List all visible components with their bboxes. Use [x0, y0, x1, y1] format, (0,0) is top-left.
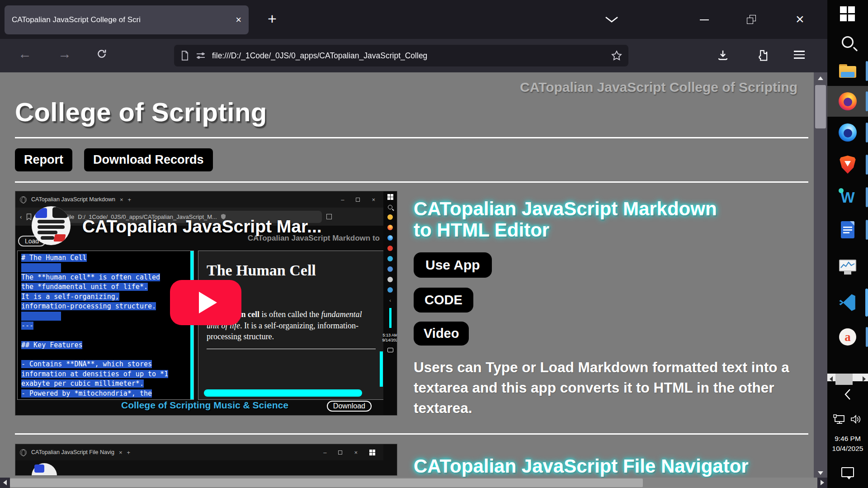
video-embed-2[interactable]: CATopalian JavaScript File Navig × + – × [15, 443, 397, 477]
inner-new-tab-icon: + [127, 449, 130, 456]
inner-date: 9/14/202 [382, 338, 397, 342]
taskbar-brave[interactable] [827, 148, 868, 181]
notification-center[interactable] [827, 456, 868, 488]
channel-avatar-2 [32, 463, 57, 476]
url-bar[interactable]: file:///D:/_1Code/_0JS/0_apps/CATopalian… [174, 45, 628, 66]
scroll-up-arrow[interactable] [818, 76, 823, 80]
video-thumbnail[interactable]: CATopalian JavaScript Markdown × + – × ‹ [15, 191, 397, 416]
downloads-icon[interactable] [717, 49, 729, 62]
mini-windows-icon [369, 450, 375, 455]
system-tray[interactable] [827, 407, 868, 431]
code-button[interactable]: CODE [414, 288, 473, 313]
divider [15, 181, 808, 183]
globe-icon [20, 449, 27, 456]
mini-folder-icon [387, 214, 393, 220]
textarea-scrollbar [190, 251, 193, 399]
permissions-icon[interactable] [196, 52, 206, 60]
use-app-button[interactable]: Use App [414, 252, 492, 278]
taskbar-firefox[interactable] [827, 86, 868, 117]
bookmark-star-icon[interactable] [611, 50, 622, 61]
inner-time: 5:13 AM [382, 333, 397, 337]
vertical-scrollbar[interactable] [814, 72, 827, 478]
taskbar-firefox-beta[interactable] [827, 117, 868, 148]
video-thumbnail-2[interactable]: CATopalian JavaScript File Navig × + – × [15, 444, 397, 476]
browser-tab[interactable]: CATopalian JavaScript College of Scri × [5, 5, 249, 34]
new-tab-button[interactable]: + [268, 10, 277, 28]
window-close-button[interactable]: × [796, 11, 804, 28]
video-button[interactable]: Video [414, 322, 469, 346]
taskbar-file-explorer[interactable] [827, 56, 868, 86]
divider [15, 433, 808, 435]
horizontal-scroll-thumb[interactable] [10, 479, 643, 487]
markdown-line: exabyte per cubic millimeter*. [21, 379, 190, 389]
markdown-line [21, 350, 190, 360]
file-explorer-icon [839, 64, 856, 78]
mini-brave-icon [387, 246, 393, 251]
scroll-right-arrow[interactable] [817, 478, 827, 488]
menu-icon[interactable] [794, 51, 805, 61]
vscode-icon [838, 293, 857, 312]
windows-taskbar: W a 9:46 PM 10/4/202 [827, 0, 868, 488]
tab-strip: CATopalian JavaScript College of Scri × … [0, 0, 827, 39]
video-embed[interactable]: CATopalian JavaScript Markdown × + – × ‹ [15, 191, 397, 418]
taskbar-overflow-scrollbar[interactable] [827, 374, 868, 381]
inner-tab-close-icon: × [120, 196, 123, 203]
back-button[interactable]: ← [18, 46, 32, 62]
video-overlay-title[interactable]: CATopalian JavaScript Mar... [82, 217, 322, 237]
reload-button[interactable] [96, 48, 108, 60]
show-hidden-icons[interactable] [827, 381, 868, 407]
page-toolbar: Report Download Records [15, 148, 814, 171]
markdown-line [21, 311, 190, 321]
markdown-line: information-processing structure. [21, 302, 190, 311]
preview-cyan-bar [204, 389, 362, 397]
vertical-scroll-thumb[interactable] [815, 85, 826, 128]
firefox-beta-icon [839, 123, 857, 142]
inner-bookmark-icon [26, 213, 32, 220]
taskbar-search[interactable] [827, 28, 868, 56]
taskbar-vscode[interactable] [827, 285, 868, 320]
video-footer-link[interactable]: College of Scripting Music & Science [121, 400, 288, 411]
forward-button[interactable]: → [58, 46, 71, 62]
window-restore-button[interactable] [747, 15, 756, 24]
taskbar-a-app[interactable]: a [827, 320, 868, 354]
inner-tab-bar-2: CATopalian JavaScript File Navig × + – × [15, 444, 383, 460]
waterfox-icon: W [840, 190, 854, 205]
markdown-lines: # The Human Cell The **human cell** is o… [18, 251, 193, 401]
inner-taskbar: ‹ 5:13 AM 9/14/202 [383, 191, 397, 415]
inner-window-controls: – × [323, 449, 379, 456]
markdown-line: # The Human Cell [21, 253, 190, 263]
mini-search-icon [388, 205, 392, 209]
a-app-icon: a [839, 328, 856, 346]
taskbar-clock[interactable]: 9:46 PM 10/4/2025 [827, 431, 868, 456]
tab-close-icon[interactable]: × [236, 15, 241, 25]
scroll-left-arrow[interactable] [0, 478, 10, 488]
horizontal-scrollbar[interactable] [0, 478, 827, 488]
taskbar-writer[interactable] [827, 213, 868, 246]
taskbar-task-manager[interactable] [827, 246, 868, 285]
extensions-icon[interactable] [756, 49, 769, 62]
section-heading: CATopalian JavaScript Markdown to HTML E… [414, 198, 730, 241]
screen: CATopalian JavaScript College of Scri × … [0, 0, 868, 488]
inner-download-button: Download [327, 401, 372, 412]
inner-search-page-icon [326, 214, 332, 219]
mini-waterfox-icon [387, 256, 393, 261]
report-button[interactable]: Report [15, 148, 72, 171]
window-minimize-button[interactable] [700, 13, 710, 26]
list-tabs-chevron-icon[interactable] [605, 16, 618, 23]
taskbar-waterfox[interactable]: W [827, 181, 868, 213]
mini-vscode-icon [387, 287, 393, 293]
channel-avatar[interactable] [32, 206, 71, 245]
browser-window: CATopalian JavaScript College of Scri × … [0, 0, 827, 488]
section-text-column: CATopalian JavaScript Markdown to HTML E… [414, 191, 811, 418]
brave-icon [840, 156, 856, 174]
start-button[interactable] [827, 0, 868, 28]
url-text[interactable]: file:///D:/_1Code/_0JS/0_apps/CATopalian… [212, 51, 605, 61]
preview-heading: The Human Cell [207, 262, 376, 279]
scroll-down-arrow[interactable] [818, 471, 823, 475]
markdown-line [21, 331, 190, 340]
youtube-play-button[interactable] [170, 280, 241, 325]
download-records-button[interactable]: Download Records [84, 148, 213, 171]
writer-document-icon [841, 221, 854, 238]
section-text-column-2: CATopalian JavaScript File Navigator [414, 443, 811, 477]
section-heading-2: CATopalian JavaScript File Navigator [414, 455, 811, 477]
